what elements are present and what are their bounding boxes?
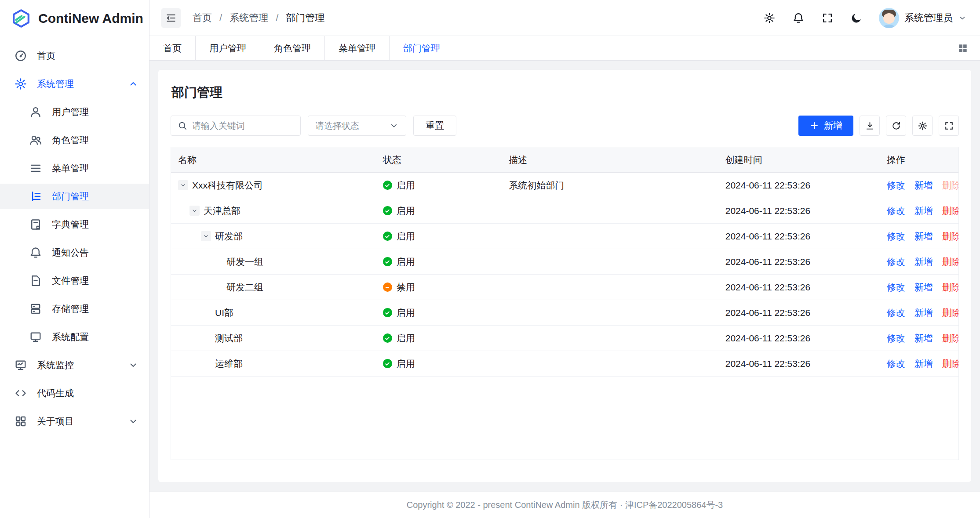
search-input[interactable] — [192, 121, 294, 131]
edit-link[interactable]: 修改 — [887, 281, 905, 293]
edit-link[interactable]: 修改 — [887, 307, 905, 319]
plus-icon — [809, 121, 819, 130]
content-area: 部门管理 请选择状态 重置 新增 — [149, 61, 980, 492]
tab-list-grid-button[interactable] — [956, 42, 969, 55]
edit-link[interactable]: 修改 — [887, 256, 905, 268]
tab-部门管理[interactable]: 部门管理 — [390, 36, 454, 60]
delete-link[interactable]: 删除 — [942, 256, 958, 268]
table-row: 运维部启用2024-06-11 22:53:26修改新增删除 — [171, 351, 958, 377]
sidebar-item-file-management[interactable]: 文件管理 — [0, 268, 149, 293]
gear-icon — [763, 12, 776, 24]
delete-link[interactable]: 删除 — [942, 332, 958, 344]
status-cell: 禁用 — [376, 281, 502, 293]
breadcrumb-item[interactable]: 系统管理 — [230, 11, 268, 25]
add-link[interactable]: 新增 — [914, 307, 933, 319]
delete-link[interactable]: 删除 — [942, 281, 958, 293]
toolbar-right: 新增 — [798, 116, 959, 136]
dept-name: 研发部 — [215, 230, 243, 243]
column-settings-button[interactable] — [912, 116, 933, 136]
topbar-actions: 系统管理员 — [763, 8, 967, 28]
add-link[interactable]: 新增 — [914, 332, 933, 344]
edit-link[interactable]: 修改 — [887, 358, 905, 370]
operations-cell: 修改新增删除 — [880, 230, 958, 243]
avatar — [879, 8, 899, 28]
fullscreen-button[interactable] — [821, 11, 834, 25]
column-header: 创建时间 — [718, 154, 880, 166]
tab-菜单管理[interactable]: 菜单管理 — [325, 36, 390, 60]
edit-link[interactable]: 修改 — [887, 205, 905, 217]
sidebar-item-about-project[interactable]: 关于项目 — [0, 409, 149, 434]
status-select[interactable]: 请选择状态 — [308, 116, 406, 136]
sidebar-item-storage-management[interactable]: 存储管理 — [0, 296, 149, 322]
refresh-button[interactable] — [886, 116, 906, 136]
breadcrumb-item[interactable]: 部门管理 — [286, 11, 324, 25]
delete-link[interactable]: 删除 — [942, 307, 958, 319]
status-label: 启用 — [397, 205, 415, 217]
dept-name-cell: 研发一组 — [171, 256, 376, 268]
expand-toggle[interactable] — [178, 180, 188, 190]
delete-link[interactable]: 删除 — [942, 205, 958, 217]
edit-link[interactable]: 修改 — [887, 230, 905, 243]
table-fullscreen-button[interactable] — [939, 116, 959, 136]
book-icon — [29, 218, 42, 231]
add-link[interactable]: 新增 — [914, 179, 933, 192]
expand-toggle[interactable] — [201, 231, 211, 241]
export-button[interactable] — [860, 116, 880, 136]
monitor-icon — [14, 359, 27, 372]
dark-mode-button[interactable] — [850, 11, 863, 25]
tab-角色管理[interactable]: 角色管理 — [260, 36, 325, 60]
tab-首页[interactable]: 首页 — [149, 36, 196, 60]
sidebar-item-system-config[interactable]: 系统配置 — [0, 324, 149, 350]
breadcrumb-item[interactable]: 首页 — [193, 11, 212, 25]
expand-toggle[interactable] — [189, 206, 200, 216]
operations-cell: 修改新增删除 — [880, 205, 958, 217]
chevron-down-icon — [958, 14, 967, 22]
add-link[interactable]: 新增 — [914, 358, 933, 370]
add-link[interactable]: 新增 — [914, 205, 933, 217]
status-enabled-icon — [383, 257, 392, 266]
sidebar-item-label: 字典管理 — [52, 218, 89, 231]
table-row: 测试部启用2024-06-11 22:53:26修改新增删除 — [171, 326, 958, 351]
logo[interactable]: ContiNew Admin — [0, 0, 149, 37]
sidebar-item-home[interactable]: 首页 — [0, 43, 149, 69]
status-cell: 启用 — [376, 307, 502, 319]
status-cell: 启用 — [376, 256, 502, 268]
dept-name-cell: 运维部 — [171, 358, 376, 370]
sidebar-collapse-button[interactable] — [161, 8, 181, 28]
sidebar-item-user-management[interactable]: 用户管理 — [0, 99, 149, 125]
sidebar-item-role-management[interactable]: 角色管理 — [0, 127, 149, 153]
delete-link[interactable]: 删除 — [942, 358, 958, 370]
settings-button[interactable] — [763, 11, 776, 25]
sidebar-item-code-generation[interactable]: 代码生成 — [0, 380, 149, 406]
add-button[interactable]: 新增 — [798, 116, 853, 136]
edit-link[interactable]: 修改 — [887, 332, 905, 344]
sidebar-item-dict-management[interactable]: 字典管理 — [0, 212, 149, 237]
sidebar-item-notice[interactable]: 通知公告 — [0, 240, 149, 265]
delete-link[interactable]: 删除 — [942, 230, 958, 243]
user-menu[interactable]: 系统管理员 — [879, 8, 967, 28]
table-row: UI部启用2024-06-11 22:53:26修改新增删除 — [171, 300, 958, 326]
sidebar-item-dept-management[interactable]: 部门管理 — [0, 184, 149, 209]
keyword-search-box[interactable] — [171, 116, 301, 136]
chevron-down-icon — [128, 416, 138, 427]
add-link[interactable]: 新增 — [914, 256, 933, 268]
dept-name: 研发一组 — [226, 256, 263, 268]
add-link[interactable]: 新增 — [914, 230, 933, 243]
chevron-down-icon — [389, 121, 399, 130]
column-header: 操作 — [880, 154, 958, 166]
dept-table: 名称状态描述创建时间操作 Xxx科技有限公司启用系统初始部门2024-06-11… — [171, 147, 959, 460]
dept-name-cell: 研发二组 — [171, 281, 376, 293]
dept-name-cell: 研发部 — [171, 230, 376, 243]
edit-link[interactable]: 修改 — [887, 179, 905, 192]
created-time-cell: 2024-06-11 22:53:26 — [718, 180, 880, 191]
status-cell: 启用 — [376, 332, 502, 344]
sidebar-item-system-management[interactable]: 系统管理 — [0, 71, 149, 97]
tab-用户管理[interactable]: 用户管理 — [196, 36, 260, 60]
breadcrumb: 首页/系统管理/部门管理 — [193, 11, 324, 25]
add-link[interactable]: 新增 — [914, 281, 933, 293]
column-header: 名称 — [171, 154, 376, 166]
notifications-button[interactable] — [792, 11, 805, 25]
reset-button[interactable]: 重置 — [413, 116, 456, 136]
sidebar-item-menu-management[interactable]: 菜单管理 — [0, 156, 149, 181]
sidebar-item-system-monitor[interactable]: 系统监控 — [0, 352, 149, 378]
